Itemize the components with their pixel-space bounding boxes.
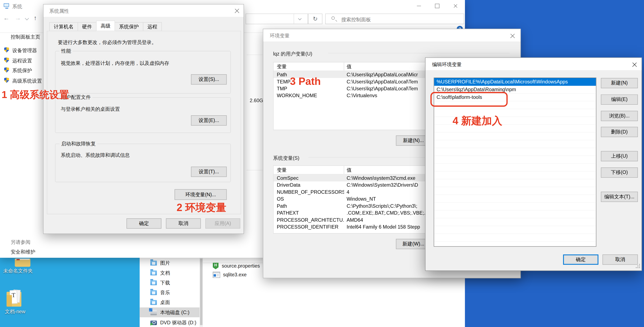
uac-shield-icon [4,67,9,73]
close-icon[interactable] [234,8,240,14]
music-folder-icon [150,290,157,295]
desktop-icon-label[interactable]: 文档-new [0,308,30,315]
nav-item-music[interactable]: 音乐 [140,288,200,298]
list-item-empty[interactable] [434,234,596,242]
list-item-empty[interactable] [434,218,596,226]
delete-button[interactable]: 删除(D) [601,127,638,137]
uac-shield-icon [4,57,9,63]
new-button[interactable]: 新建(N) [601,78,638,88]
folder-front [6,295,12,307]
edit-text-button[interactable]: 编辑文本(T)... [601,192,638,202]
uac-shield-icon [4,78,9,83]
nav-item-dvd-drive-d[interactable]: DVD 驱动器 (D:) [140,318,200,327]
list-item-empty[interactable] [434,226,596,234]
tab-computer-name[interactable]: 计算机名 [49,22,78,31]
ok-button[interactable]: 确定 [126,218,161,229]
search-box[interactable] [325,13,464,24]
documents-folder-icon [150,271,157,276]
move-down-button[interactable]: 下移(O) [601,167,638,178]
tab-remote[interactable]: 远程 [143,22,162,31]
screen: 未命名文件夹 T 文档-new 图片 文档 下载 音乐 桌面 本地磁盘 (C:)… [0,0,644,327]
profiles-settings-button[interactable]: 设置(E)... [191,115,227,126]
maximize-button[interactable] [428,0,446,12]
list-item-empty[interactable] [434,148,596,156]
dialog-title: 环境变量 [270,32,290,39]
window-title: 系统 [12,3,22,10]
up-icon[interactable]: ↑ [34,14,37,21]
nav-item-local-disk-c[interactable]: 本地磁盘 (C:) [140,308,200,317]
back-icon[interactable]: ← [3,14,10,21]
environment-variables-button[interactable]: 环境变量(N)... [174,189,227,200]
tab-system-protection[interactable]: 系统保护 [114,22,143,31]
local-disk-icon [150,310,157,315]
cancel-button[interactable]: 取消 [602,254,638,265]
list-item-empty[interactable] [434,203,596,210]
annotation-highlight-box [430,92,508,107]
nav-item-documents[interactable]: 文档 [140,268,200,278]
sidebar-home-link[interactable]: 控制面板主页 [11,33,40,40]
list-item-empty[interactable] [434,164,596,171]
close-icon[interactable] [510,33,516,39]
browse-button[interactable]: 浏览(B)... [601,111,638,121]
tab-hardware[interactable]: 硬件 [78,22,96,31]
system-properties-dialog: 系统属性 计算机名 硬件 高级 系统保护 远程 要进行大多数更改，你必须作为管理… [43,4,244,234]
file-item-sqlite3-exe[interactable]: sqlite3.exe [213,271,246,278]
list-item-empty[interactable] [434,172,596,179]
performance-settings-button[interactable]: 设置(S)... [191,74,227,84]
performance-desc: 视觉效果，处理器计划，内存使用，以及虚拟内存 [61,60,169,67]
move-up-button[interactable]: 上移(U) [601,151,638,161]
user-variables-label: lqz 的用户变量(U) [273,50,312,57]
nav-item-pictures[interactable]: 图片 [140,258,200,268]
list-item-empty[interactable] [434,179,596,187]
annotation-3-path: 3 Path [290,75,321,87]
system-variables-label: 系统变量(S) [273,155,300,162]
nav-scrollbar[interactable] [200,258,203,327]
nav-item-desktop[interactable]: 桌面 [140,298,200,308]
annotation-2-env-variables: 2 环境变量 [176,201,226,214]
refresh-button[interactable]: ↻ [308,13,322,24]
properties-file-icon: H [213,263,218,269]
list-item-empty[interactable] [434,133,596,140]
edit-button[interactable]: 编辑(E) [601,94,638,105]
tab-advanced[interactable]: 高级 [96,20,115,31]
desktop-folder-icon [150,300,157,305]
cancel-button[interactable]: 取消 [166,218,201,229]
dialog-title-bar[interactable] [263,29,520,41]
pictures-folder-icon [150,261,157,266]
see-also-header: 另请参阅 [11,239,30,246]
minimize-button[interactable] [410,0,428,12]
list-item-empty[interactable] [434,140,596,148]
admin-note: 要进行大多数更改，你必须作为管理员登录。 [58,39,156,46]
desktop-icon-documents-new[interactable]: T [6,289,24,308]
profiles-desc: 与登录帐户相关的桌面设置 [61,106,120,113]
search-input[interactable] [340,16,462,24]
list-item-empty[interactable] [434,156,596,164]
annotation-1-advanced-settings: 1 高级系统设置 [2,88,69,101]
startup-desc: 系统启动、系统故障和调试信息 [61,152,130,159]
downloads-folder-icon [150,280,157,285]
resize-grip-icon[interactable] [636,264,640,268]
see-also-link-security[interactable]: 安全和维护 [11,249,35,256]
address-bar[interactable] [246,13,308,24]
list-item-empty[interactable] [434,187,596,195]
tab-strip: 计算机名 硬件 高级 系统保护 远程 [49,21,161,31]
scrollbar-thumb[interactable] [200,259,202,325]
performance-group: 性能 [55,51,231,94]
search-icon-handle [335,20,337,22]
list-item-empty[interactable] [434,195,596,203]
close-button[interactable] [446,0,465,12]
uac-shield-icon [4,47,9,52]
list-item-empty[interactable] [434,211,596,218]
address-dropdown-chevron-icon[interactable] [298,17,302,20]
recent-pages-chevron-icon[interactable] [25,16,29,20]
list-item-selected[interactable]: %USERPROFILE%\AppData\Local\Microsoft\Wi… [434,78,596,86]
ok-button[interactable]: 确定 [563,254,598,265]
startup-settings-button[interactable]: 设置(T)... [191,167,227,177]
nav-item-downloads[interactable]: 下载 [140,278,200,288]
desktop-icon-unnamed-folder[interactable] [15,259,30,267]
file-item-source-properties[interactable]: H source.properties [213,262,260,270]
close-icon[interactable] [632,61,638,68]
forward-icon[interactable]: → [15,14,21,21]
desktop-icon-label[interactable]: 未命名文件夹 [0,268,38,275]
dialog-title-bar[interactable] [44,4,244,17]
